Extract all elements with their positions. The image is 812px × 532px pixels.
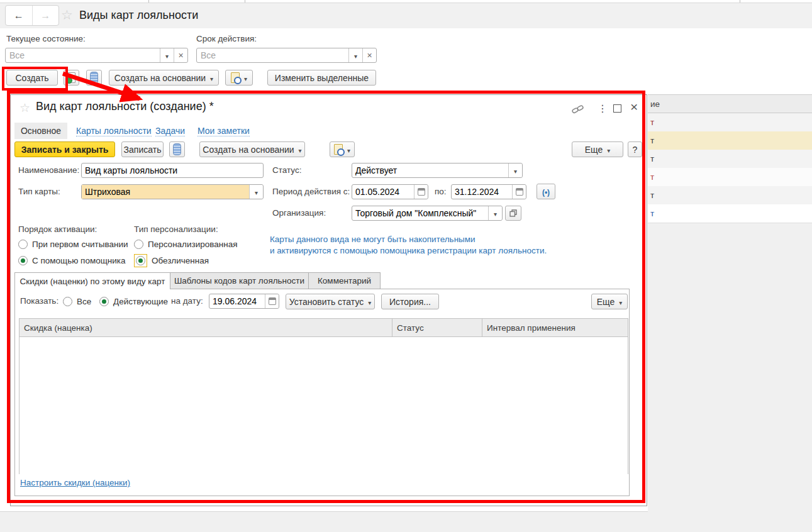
table-row[interactable]: т	[648, 150, 812, 168]
list-settings-button[interactable]	[169, 141, 185, 157]
tab-my-notes[interactable]: Мои заметки	[197, 126, 250, 136]
tab-comment[interactable]: Комментарий	[309, 272, 381, 289]
tab-discounts[interactable]: Скидки (наценки) по этому виду карт	[14, 272, 170, 289]
activation-option-first-read[interactable]: При первом считывании	[18, 238, 128, 250]
column-interval[interactable]: Интервал применения	[482, 319, 628, 336]
tab-separator	[740, 0, 740, 3]
personalization-option-anonymous[interactable]: Обезличенная	[134, 254, 209, 267]
table-row[interactable]: т	[648, 186, 812, 204]
favorite-star-icon[interactable]	[19, 101, 30, 115]
organization-dropdown-button[interactable]	[488, 206, 502, 220]
list-settings-button[interactable]	[86, 70, 102, 86]
validity-filter-combo[interactable]: Все	[196, 48, 377, 63]
validity-filter-clear-button[interactable]	[362, 48, 376, 62]
radio-unselected-icon[interactable]	[18, 240, 28, 249]
row-text: т	[650, 154, 654, 163]
create-button[interactable]: Создать	[6, 70, 58, 86]
card-type-label: Тип карты:	[18, 184, 60, 199]
document-clock-icon	[334, 144, 343, 155]
history-button[interactable]: История...	[381, 294, 439, 309]
copy-icon	[67, 72, 75, 83]
discounts-panel: Показать: Все Действующие на дату: Устан…	[14, 289, 630, 496]
table-row[interactable]: т	[648, 168, 812, 186]
radio-selected-icon[interactable]	[99, 297, 109, 306]
table-row[interactable]: т	[648, 204, 812, 223]
personalization-option-personalized[interactable]: Персонализированная	[134, 238, 238, 250]
info-text-line1: Карты данного вида не могут быть накопит…	[270, 235, 476, 244]
create-based-on-button[interactable]: Создать на основании	[109, 70, 219, 86]
tab-main[interactable]: Основное	[14, 123, 67, 139]
caret-down-icon	[299, 145, 302, 155]
on-date-field[interactable]	[209, 294, 279, 309]
radio-unselected-icon[interactable]	[63, 297, 72, 306]
set-status-button[interactable]: Установить статус	[286, 294, 375, 309]
period-from-input[interactable]	[352, 185, 414, 199]
row-text: т	[650, 172, 654, 182]
period-from-field[interactable]	[352, 184, 428, 199]
caret-down-icon	[347, 145, 350, 155]
open-window-icon	[509, 209, 517, 217]
close-icon[interactable]	[630, 103, 638, 113]
page-header: Виды карт лояльности	[0, 3, 812, 28]
show-option-active[interactable]: Действующие	[99, 295, 168, 308]
tab-code-templates[interactable]: Шаблоны кодов карт лояльности	[170, 272, 309, 289]
name-field[interactable]	[81, 163, 264, 178]
state-filter-dropdown-button[interactable]	[160, 48, 174, 62]
tab-loyalty-cards[interactable]: Карты лояльности	[76, 126, 152, 136]
radio-selected-icon[interactable]	[18, 256, 28, 265]
calendar-icon	[516, 188, 523, 196]
more-menu-icon[interactable]	[598, 103, 608, 114]
save-and-close-button[interactable]: Записать и закрыть	[14, 141, 115, 157]
back-button[interactable]	[6, 6, 33, 25]
edit-selected-button[interactable]: Изменить выделенные	[267, 70, 376, 86]
tab-tasks[interactable]: Задачи	[155, 126, 185, 136]
print-schedule-button[interactable]	[225, 70, 253, 86]
get-link-icon[interactable]	[572, 104, 584, 116]
save-button[interactable]: Записать	[121, 141, 164, 157]
period-to-input[interactable]	[452, 185, 512, 199]
panel-more-button[interactable]: Еще	[591, 294, 628, 309]
validity-filter-dropdown-button[interactable]	[348, 48, 362, 62]
on-date-input[interactable]	[209, 294, 265, 308]
radio-unselected-icon[interactable]	[134, 240, 143, 249]
on-date-calendar-button[interactable]	[265, 294, 279, 308]
maximize-icon[interactable]	[613, 104, 621, 113]
card-type-combo[interactable]: Штриховая	[81, 184, 264, 199]
show-label: Показать:	[20, 294, 58, 309]
configure-discounts-link[interactable]: Настроить скидки (наценки)	[20, 478, 130, 487]
organization-combo[interactable]: Торговый дом "Комплексный"	[352, 206, 503, 221]
more-button[interactable]: Еще	[572, 141, 623, 157]
discounts-table-body-empty[interactable]	[19, 337, 628, 474]
state-filter-combo[interactable]: Все	[5, 48, 188, 63]
column-discount[interactable]: Скидка (наценка)	[19, 319, 392, 336]
radio-selected-icon[interactable]	[136, 256, 145, 265]
choose-period-button[interactable]	[537, 184, 555, 199]
state-filter-clear-button[interactable]	[174, 48, 187, 62]
copy-button[interactable]	[64, 70, 79, 86]
favorite-star-icon[interactable]	[61, 8, 73, 23]
print-schedule-button[interactable]	[330, 141, 355, 157]
history-nav	[5, 5, 59, 26]
forward-button[interactable]	[33, 6, 59, 25]
name-input[interactable]	[82, 163, 263, 177]
help-button[interactable]: ?	[628, 141, 642, 157]
validity-filter-value: Все	[197, 48, 348, 62]
column-status[interactable]: Статус	[392, 319, 482, 336]
status-dropdown-button[interactable]	[508, 163, 522, 177]
table-row-selected[interactable]: т	[648, 131, 812, 150]
state-filter-value: Все	[6, 48, 160, 62]
create-based-on-button[interactable]: Создать на основании	[199, 141, 305, 157]
period-from-calendar-button[interactable]	[414, 185, 428, 199]
period-to-calendar-button[interactable]	[512, 185, 526, 199]
caret-down-icon	[368, 297, 371, 307]
organization-value: Торговый дом "Комплексный"	[352, 206, 488, 220]
show-option-all[interactable]: Все	[63, 295, 91, 308]
calendar-icon	[418, 188, 425, 196]
card-type-dropdown-button[interactable]	[249, 185, 263, 199]
organization-label: Организация:	[272, 206, 326, 221]
organization-open-button[interactable]	[505, 206, 521, 221]
status-combo[interactable]: Действует	[352, 163, 523, 178]
activation-option-assistant[interactable]: С помощью помощника	[18, 254, 126, 267]
period-to-field[interactable]	[451, 184, 526, 199]
table-row[interactable]: т	[648, 113, 812, 131]
